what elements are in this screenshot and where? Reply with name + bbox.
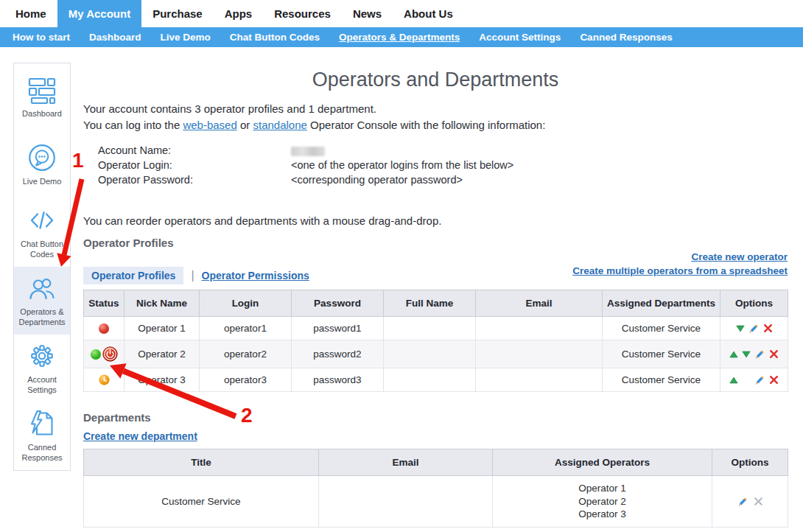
column-header-options: Options	[712, 449, 788, 476]
tab-operator-permissions[interactable]: Operator Permissions	[202, 270, 309, 281]
departments-table-header-row: Title Email Assigned Operators Options	[84, 449, 788, 476]
nav-purchase[interactable]: Purchase	[141, 0, 214, 27]
password-cell: password3	[292, 368, 384, 392]
subnav-operators-departments[interactable]: Operators & Departments	[329, 32, 469, 43]
main-content: Operators and Departments Your account c…	[83, 63, 788, 528]
live-demo-icon	[27, 143, 57, 172]
page: Home My Account Purchase Apps Resources …	[0, 0, 803, 532]
column-header-status: Status	[84, 290, 125, 317]
operators-icon	[27, 273, 57, 303]
email-cell	[476, 317, 603, 340]
login-credentials: Account Name: Operator Login:<one of the…	[83, 143, 788, 187]
department-title-cell: Customer Service	[84, 476, 319, 528]
operators-table-header-row: Status Nick Name Login Password Full Nam…	[84, 290, 788, 317]
status-online-ball-icon	[91, 349, 101, 360]
sidebar-label: Operators & Departments	[16, 307, 68, 328]
operators-table: Status Nick Name Login Password Full Nam…	[83, 290, 788, 392]
edit-pencil-icon[interactable]	[748, 323, 760, 334]
departments-heading: Departments	[83, 411, 788, 424]
credential-row: Operator Password:<corresponding operato…	[98, 172, 788, 187]
subnav-chat-button-codes[interactable]: Chat Button Codes	[220, 32, 329, 43]
full-name-cell	[384, 368, 476, 392]
assigned-operator: Operator 2	[496, 495, 709, 508]
column-header-email: Email	[476, 290, 603, 317]
nav-resources[interactable]: Resources	[263, 0, 342, 27]
annotation-label-1: 1	[72, 149, 84, 172]
tab-separator: |	[191, 269, 194, 282]
assigned-operator: Operator 1	[496, 482, 709, 495]
nick-name-cell: Operator 3	[125, 368, 200, 392]
login-cell: operator1	[200, 317, 292, 340]
column-header-title: Title	[84, 449, 319, 476]
sidebar-label: Account Settings	[16, 375, 68, 396]
move-up-icon[interactable]	[729, 377, 738, 384]
operator-password-value: <corresponding operator password>	[291, 174, 463, 186]
sidebar-label: Canned Responses	[16, 443, 68, 463]
subnav-account-settings[interactable]: Account Settings	[469, 32, 570, 43]
move-up-icon[interactable]	[729, 351, 738, 358]
web-based-link[interactable]: web-based	[183, 119, 236, 131]
tab-operator-profiles[interactable]: Operator Profiles	[83, 267, 183, 284]
operator-row: Operator 1 operator1 password1 Customer …	[84, 317, 788, 340]
column-header-assigned-departments: Assigned Departments	[603, 290, 720, 317]
standalone-link[interactable]: standalone	[253, 119, 306, 131]
email-cell	[476, 368, 603, 392]
subnav-live-demo[interactable]: Live Demo	[151, 32, 220, 43]
operator-password-label: Operator Password:	[98, 172, 291, 187]
sidebar-item-chat-button-codes[interactable]: Chat Button Codes	[14, 199, 70, 267]
sidebar-item-dashboard[interactable]: Dashboard	[14, 63, 70, 131]
move-down-icon[interactable]	[736, 325, 745, 332]
canned-responses-icon	[27, 409, 57, 438]
intro-text: Your account contains 3 operator profile…	[83, 101, 788, 133]
edit-pencil-icon[interactable]	[754, 349, 765, 360]
edit-pencil-icon[interactable]	[737, 496, 748, 507]
full-name-cell	[384, 340, 476, 368]
nav-home[interactable]: Home	[4, 0, 57, 27]
delete-x-icon[interactable]	[769, 375, 779, 385]
sidebar-label: Live Demo	[23, 177, 62, 187]
nav-news[interactable]: News	[342, 0, 393, 27]
subnav-canned-responses[interactable]: Canned Responses	[570, 32, 681, 43]
department-row: Customer Service Operator 1 Operator 2 O…	[84, 476, 788, 528]
delete-x-icon[interactable]	[763, 323, 773, 333]
column-header-login: Login	[200, 290, 292, 317]
icon-sidebar: Dashboard Live Demo	[13, 63, 71, 471]
column-header-full-name: Full Name	[384, 290, 476, 317]
departments-table: Title Email Assigned Operators Options C…	[83, 449, 788, 528]
subnav-dashboard[interactable]: Dashboard	[80, 32, 151, 43]
column-header-options: Options	[720, 290, 788, 317]
nav-my-account[interactable]: My Account	[57, 0, 141, 27]
sidebar-item-account-settings[interactable]: Account Settings	[14, 335, 70, 402]
operator-login-label: Operator Login:	[98, 158, 291, 172]
edit-pencil-icon[interactable]	[754, 374, 765, 385]
assigned-departments-cell: Customer Service	[603, 368, 720, 392]
dashboard-icon	[27, 75, 57, 105]
gear-icon	[27, 341, 57, 371]
operator-tabs: Operator Profiles | Operator Permissions…	[83, 266, 788, 285]
login-cell: operator2	[200, 340, 292, 368]
create-new-operator-link[interactable]: Create new operator	[572, 251, 788, 265]
assigned-operator: Operator 3	[496, 508, 709, 521]
intro-line2-middle: or	[237, 119, 253, 131]
nav-about-us[interactable]: About Us	[393, 0, 464, 27]
create-multiple-operators-link[interactable]: Create multiple operators from a spreads…	[572, 265, 788, 279]
operator-login-value: <one of the operator logins from the lis…	[291, 159, 513, 171]
nick-name-cell: Operator 1	[125, 317, 200, 340]
sub-nav: How to start Dashboard Live Demo Chat Bu…	[0, 27, 803, 47]
credential-row: Operator Login:<one of the operator logi…	[98, 158, 788, 172]
password-cell: password2	[292, 340, 384, 368]
subnav-how-to-start[interactable]: How to start	[3, 32, 80, 43]
create-new-department-link[interactable]: Create new department	[83, 430, 197, 442]
logout-power-icon[interactable]	[102, 346, 118, 362]
sidebar-item-canned-responses[interactable]: Canned Responses	[14, 402, 70, 470]
sidebar-item-live-demo[interactable]: Live Demo	[14, 131, 70, 199]
intro-line2-suffix: Operator Console with the following info…	[307, 119, 546, 131]
column-header-assigned-operators: Assigned Operators	[493, 449, 712, 476]
delete-x-icon[interactable]	[769, 349, 779, 359]
sidebar-item-operators-departments[interactable]: Operators & Departments	[14, 267, 70, 335]
move-down-icon[interactable]	[742, 351, 751, 358]
column-header-email: Email	[319, 449, 493, 476]
account-name-label: Account Name:	[98, 143, 291, 158]
sidebar-label: Chat Button Codes	[16, 239, 68, 260]
nav-apps[interactable]: Apps	[214, 0, 264, 27]
